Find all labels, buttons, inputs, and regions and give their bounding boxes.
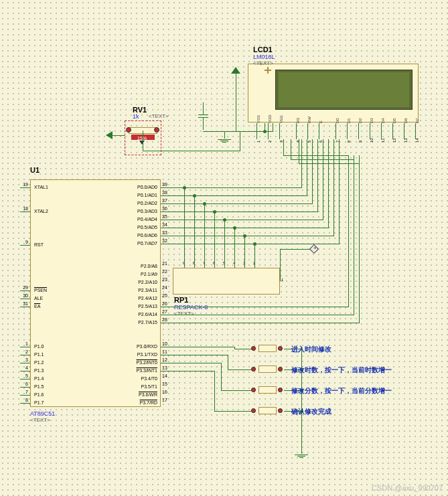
lcd-screen-inner	[279, 72, 409, 107]
pin-name: P2.3/A11	[124, 288, 157, 293]
lcd-tag: <TEXT>	[253, 60, 273, 66]
push-button[interactable]	[251, 365, 284, 374]
pin-name: XTAL2	[34, 209, 48, 214]
rv1-right-terminal	[154, 127, 159, 133]
pin-name: P3.4/T0	[124, 376, 157, 381]
pin-name: P0.7/AD7	[124, 241, 157, 246]
pin-number: 31	[18, 301, 28, 306]
rp1-ref: RP1	[174, 296, 188, 304]
pin-name: P1.5	[34, 384, 44, 389]
gnd-lcd	[218, 132, 231, 143]
button-description: 进入时间修改	[291, 345, 331, 354]
pin-name: P3.3/INT1	[124, 368, 157, 373]
pin-number: 32	[162, 238, 167, 243]
lcd-pin-num: 4	[296, 141, 300, 143]
lcd-pin-label: RS	[296, 118, 300, 123]
pin-number: 24	[162, 285, 167, 290]
pin-name: P1.3	[34, 368, 44, 373]
pin-number: 25	[162, 293, 167, 298]
push-button[interactable]	[251, 406, 284, 415]
pin-name: P0.6/AD6	[124, 233, 157, 238]
pin-number: 19	[18, 182, 28, 187]
pin-name: P3.7/RD	[124, 400, 157, 405]
pin-number: 34	[162, 222, 167, 227]
pin-number: 35	[162, 214, 167, 219]
pin-number: 2	[18, 349, 28, 354]
pin-name: P1.2	[34, 360, 44, 365]
rv1-left-terminal	[126, 127, 131, 133]
pin-number: 7	[18, 390, 28, 394]
pin-name: XTAL1	[34, 185, 48, 189]
push-button[interactable]	[251, 386, 284, 394]
lcd-corner-icon	[265, 67, 271, 74]
pin-name: ALE	[34, 296, 43, 301]
pin-name: P2.1/A9	[124, 272, 157, 276]
pin-number: 4	[18, 365, 28, 370]
lcd-pin-label: D0	[335, 118, 340, 123]
power-cap-icon	[198, 102, 208, 130]
pin-number: 15	[162, 382, 167, 386]
pin-number: 30	[18, 293, 28, 298]
pin-name: P3.0/RXD	[124, 344, 157, 349]
pin-name: RST	[34, 242, 44, 247]
pin-name: P0.1/AD1	[124, 193, 157, 197]
rv1-val: 1k	[133, 113, 139, 120]
lcd-pin-num: 1	[256, 141, 260, 143]
lcd-ref: LCD1	[253, 46, 273, 54]
pin-number: 38	[162, 190, 167, 195]
pin-number: 22	[162, 269, 167, 274]
lcd-part: LM016L	[253, 54, 275, 60]
pin-name: P3.1/TXD	[124, 352, 157, 357]
pin-number: 1	[18, 341, 28, 346]
pin-name: P0.5/AD5	[124, 225, 157, 230]
lcd-pin-label: D3	[370, 118, 374, 123]
pin-name: P3.2/INT0	[124, 360, 157, 365]
net-left-rv1	[106, 131, 125, 139]
power-arrow-lcd	[231, 67, 240, 86]
lcd-pin-label: RW	[307, 116, 311, 123]
pin-number: 33	[162, 230, 167, 235]
lcd-pin-label: VDD	[268, 114, 272, 123]
pin-number: 39	[162, 182, 167, 187]
push-button[interactable]	[251, 344, 284, 353]
lcd-pin-num: 8	[347, 141, 351, 143]
pin-number: 12	[162, 357, 167, 362]
pin-name: P0.4/AD4	[124, 217, 157, 222]
pin-name: P1.7	[34, 400, 44, 405]
pin-number: 28	[162, 317, 167, 322]
pin-name: EA	[34, 304, 40, 309]
pin-number: 18	[18, 206, 28, 211]
lcd-pin-label: D6	[404, 118, 408, 123]
u1-part: AT89C51	[30, 410, 55, 417]
pin-number: 13	[162, 365, 167, 370]
pin-number: 10	[162, 341, 167, 346]
pin-number: 26	[162, 301, 167, 306]
lcd-pin-label: VSS	[256, 115, 260, 123]
pin-number: 21	[162, 261, 167, 266]
lcd-pin-num: 2	[268, 141, 272, 143]
lcd-pin-label: D4	[381, 118, 385, 123]
rv1-pct: 15%	[137, 136, 147, 141]
pin-number: 27	[162, 309, 167, 314]
pin-number: 23	[162, 277, 167, 282]
rp1-body	[173, 268, 280, 295]
lcd-pin-num: 9	[358, 141, 362, 143]
pin-name: P3.6/WR	[124, 392, 157, 397]
button-description: 确认修改完成	[291, 407, 331, 416]
watermark: CSDN @axu_990707	[372, 484, 443, 492]
u1-ref: U1	[30, 166, 40, 174]
lcd-pin-label: D1	[347, 118, 351, 123]
gnd-buttons	[295, 447, 308, 459]
pin-number: 17	[162, 398, 167, 402]
pin-number: 9	[18, 240, 28, 244]
lcd-pin-label: D2	[358, 118, 362, 123]
pin-number: 8	[18, 398, 28, 402]
lcd-pin-label: D5	[392, 118, 396, 123]
button-description: 修改分数，按一下，当前分数增一	[291, 386, 392, 396]
button-description: 修改时数，按一下，当前时数增一	[291, 365, 392, 375]
pin-number: 11	[162, 349, 167, 354]
lcd-pin-num: 5	[307, 141, 311, 143]
rv1-tag: <TEXT>	[149, 113, 169, 119]
rp1-part: RESPACK-8	[174, 304, 208, 311]
pin-number: 14	[162, 374, 167, 378]
